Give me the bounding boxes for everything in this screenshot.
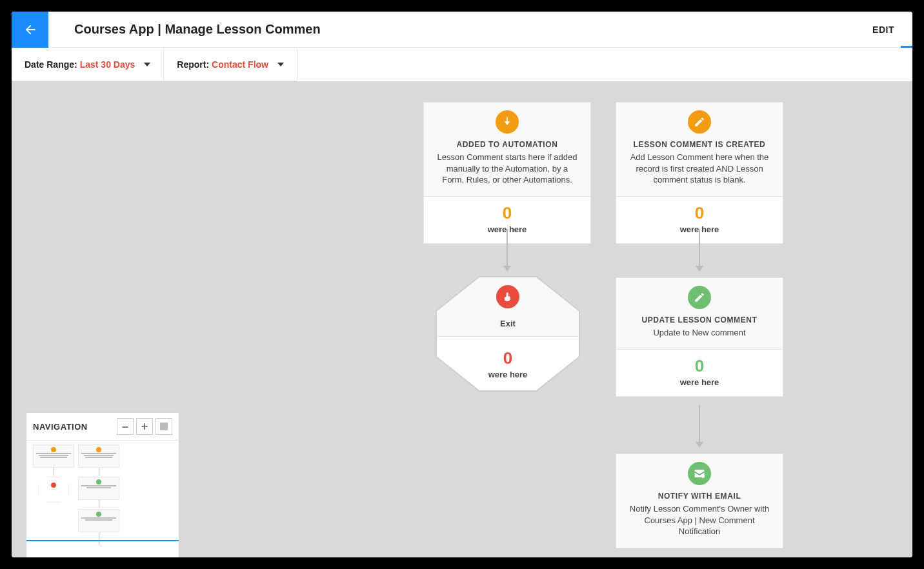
viewport-indicator[interactable] xyxy=(26,540,179,545)
zoom-out-button[interactable]: – xyxy=(117,418,134,435)
mini-text xyxy=(85,457,112,458)
mini-text xyxy=(81,453,116,454)
node-sub: were here xyxy=(488,370,528,379)
zoom-in-button[interactable]: + xyxy=(136,418,153,435)
chevron-down-icon xyxy=(277,63,284,66)
mini-icon xyxy=(51,447,56,452)
edit-button[interactable]: EDIT xyxy=(854,25,912,35)
mini-text xyxy=(36,453,71,454)
mini-text xyxy=(86,487,111,488)
report-value: Contact Flow xyxy=(212,59,268,70)
node-header: ADDED TO AUTOMATION Lesson Comment start… xyxy=(424,103,590,196)
mini-icon xyxy=(96,479,101,484)
back-button[interactable] xyxy=(12,12,48,48)
page-title: Courses App | Manage Lesson Commen xyxy=(48,22,854,37)
arrow-left-icon xyxy=(23,23,37,37)
svg-point-0 xyxy=(701,474,705,478)
nav-header: NAVIGATION – + xyxy=(26,413,179,441)
node-notify-with-email[interactable]: NOTIFY WITH EMAIL Notify Lesson Comment'… xyxy=(616,454,783,548)
mini-text xyxy=(40,457,67,458)
mail-user-icon xyxy=(688,462,711,485)
mini-node xyxy=(33,444,74,468)
mini-text xyxy=(85,519,112,521)
node-count: 0 xyxy=(434,203,580,223)
date-range-label: Date Range: xyxy=(25,59,77,70)
exit-node-inner: Exit 0 were here xyxy=(437,277,579,390)
toolbar: Date Range: Last 30 Days Report: Contact… xyxy=(12,48,912,81)
mini-connector xyxy=(99,468,99,475)
node-count: 0 xyxy=(627,203,772,223)
report-dropdown[interactable]: Report: Contact Flow xyxy=(164,48,297,81)
nav-controls: – + xyxy=(117,418,172,435)
nav-body[interactable] xyxy=(26,441,179,557)
connector xyxy=(507,229,508,271)
node-title: LESSON COMMENT IS CREATED xyxy=(627,140,772,149)
node-header: NOTIFY WITH EMAIL Notify Lesson Comment'… xyxy=(616,454,783,548)
mini-text xyxy=(39,455,68,456)
mini-text xyxy=(81,485,116,486)
navigation-minimap: NAVIGATION – + xyxy=(26,412,179,557)
nav-title: NAVIGATION xyxy=(33,422,88,432)
chevron-down-icon xyxy=(144,63,150,66)
download-circle-icon xyxy=(496,110,519,134)
node-lesson-comment-created[interactable]: LESSON COMMENT IS CREATED Add Lesson Com… xyxy=(616,102,783,244)
node-count: 0 xyxy=(503,348,512,368)
report-label: Report: xyxy=(177,59,209,70)
mini-exit xyxy=(38,477,69,503)
mini-icon xyxy=(51,483,56,488)
mini-icon xyxy=(96,512,101,517)
node-header: UPDATE LESSON COMMENT Update to New comm… xyxy=(616,278,783,349)
node-title: UPDATE LESSON COMMENT xyxy=(627,315,772,324)
exit-bottom: 0 were here xyxy=(437,336,579,390)
node-update-lesson-comment[interactable]: UPDATE LESSON COMMENT Update to New comm… xyxy=(616,277,783,397)
node-title: ADDED TO AUTOMATION xyxy=(434,140,580,149)
date-range-value: Last 30 Days xyxy=(80,59,136,70)
node-footer: 0 were here xyxy=(616,349,783,396)
mini-node xyxy=(78,477,119,500)
node-desc: Add Lesson Comment here when the record … xyxy=(627,152,772,186)
mini-connector xyxy=(99,500,99,508)
node-title: Exit xyxy=(500,319,516,328)
pencil-user-icon xyxy=(688,286,711,309)
mini-icon xyxy=(96,447,101,452)
node-title: NOTIFY WITH EMAIL xyxy=(627,492,772,501)
node-sub: were here xyxy=(627,377,772,387)
date-range-dropdown[interactable]: Date Range: Last 30 Days xyxy=(12,48,164,81)
node-count: 0 xyxy=(627,356,772,376)
node-header: LESSON COMMENT IS CREATED Add Lesson Com… xyxy=(616,103,783,196)
mini-connector xyxy=(54,468,54,475)
node-added-to-automation[interactable]: ADDED TO AUTOMATION Lesson Comment start… xyxy=(423,102,591,244)
node-exit[interactable]: Exit 0 were here xyxy=(437,277,579,390)
node-desc: Lesson Comment starts here if added manu… xyxy=(434,152,580,186)
app-frame: Courses App | Manage Lesson Commen EDIT … xyxy=(12,12,912,557)
header: Courses App | Manage Lesson Commen EDIT xyxy=(12,12,912,48)
exit-top: Exit xyxy=(437,277,579,336)
fit-to-screen-button[interactable] xyxy=(156,418,172,435)
node-desc: Update to New comment xyxy=(627,327,772,339)
node-desc: Notify Lesson Comment's Owner with Cours… xyxy=(627,503,772,537)
mini-text xyxy=(81,517,116,519)
connector xyxy=(699,229,700,271)
flow-canvas[interactable]: ADDED TO AUTOMATION Lesson Comment start… xyxy=(12,81,912,557)
hand-point-icon xyxy=(496,285,519,308)
mini-text xyxy=(84,455,114,456)
mini-node xyxy=(78,444,119,468)
mini-node xyxy=(78,509,119,532)
connector xyxy=(699,405,700,447)
pencil-user-icon xyxy=(688,110,711,134)
